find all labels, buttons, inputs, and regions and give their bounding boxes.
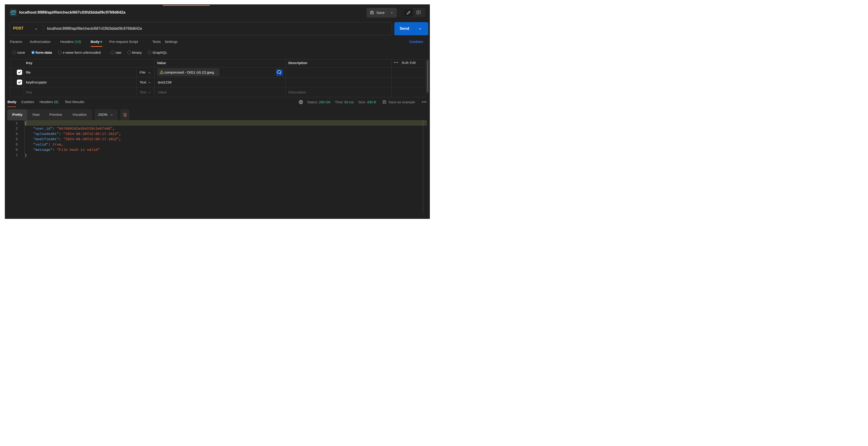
svg-text:HTTP: HTTP: [10, 11, 16, 14]
